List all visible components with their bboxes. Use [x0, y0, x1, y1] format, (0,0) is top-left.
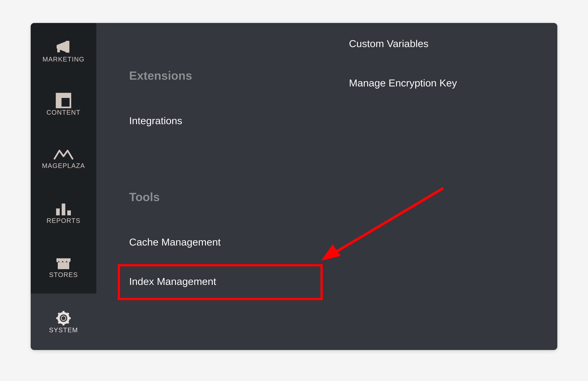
- sidebar-item-stores[interactable]: STORES: [31, 240, 96, 294]
- section-heading-extensions: Extensions: [129, 69, 192, 82]
- sidebar-item-mageplaza[interactable]: MAGEPLAZA: [31, 131, 96, 185]
- section-heading-tools: Tools: [129, 190, 160, 204]
- mageplaza-icon: [53, 147, 74, 162]
- sidebar-label: CONTENT: [46, 109, 80, 116]
- svg-rect-1: [66, 41, 69, 53]
- svg-point-20: [62, 316, 65, 320]
- svg-rect-5: [57, 98, 62, 107]
- sidebar-item-reports[interactable]: REPORTS: [31, 185, 96, 240]
- annotation-arrow: [308, 180, 456, 272]
- gear-icon: [55, 310, 72, 326]
- admin-sidebar: MARKETING CONTENT MAGEPLAZA: [31, 23, 96, 350]
- svg-rect-9: [58, 262, 69, 269]
- menu-link-manage-encryption-key[interactable]: Manage Encryption Key: [349, 77, 457, 89]
- sidebar-item-system[interactable]: SYSTEM: [31, 294, 96, 350]
- svg-rect-2: [57, 48, 60, 52]
- svg-line-21: [329, 189, 442, 256]
- sidebar-label: REPORTS: [47, 217, 81, 224]
- sidebar-label: MARKETING: [42, 56, 84, 63]
- svg-marker-22: [321, 244, 341, 261]
- svg-rect-4: [57, 94, 70, 98]
- sidebar-label: SYSTEM: [49, 326, 78, 334]
- storefront-icon: [54, 255, 73, 271]
- menu-link-custom-variables[interactable]: Custom Variables: [349, 38, 429, 49]
- menu-link-integrations[interactable]: Integrations: [129, 115, 182, 126]
- menu-link-cache-management[interactable]: Cache Management: [129, 236, 221, 248]
- admin-panel-frame: MARKETING CONTENT MAGEPLAZA: [31, 23, 557, 350]
- sidebar-label: MAGEPLAZA: [42, 162, 85, 169]
- sidebar-item-marketing[interactable]: MARKETING: [31, 23, 96, 77]
- svg-rect-7: [62, 203, 65, 215]
- menu-link-index-management[interactable]: Index Management: [129, 276, 216, 287]
- system-flyout-panel: Extensions Integrations Tools Cache Mana…: [96, 23, 557, 350]
- svg-rect-6: [56, 208, 60, 215]
- sidebar-item-content[interactable]: CONTENT: [31, 77, 96, 131]
- sidebar-label: STORES: [49, 271, 78, 279]
- layout-icon: [55, 92, 72, 109]
- svg-rect-8: [67, 210, 71, 215]
- megaphone-icon: [54, 39, 73, 56]
- bar-chart-icon: [54, 201, 73, 217]
